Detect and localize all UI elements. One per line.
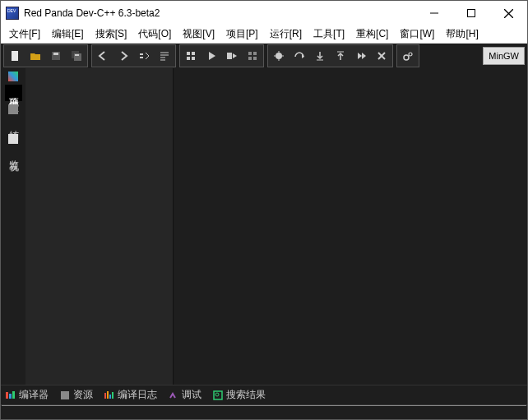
project-panel — [25, 68, 174, 385]
compile-button[interactable] — [181, 46, 201, 66]
menu-project[interactable]: 项目[P] — [221, 25, 263, 43]
statusbar — [1, 404, 527, 419]
menubar: 文件[F] 编辑[E] 搜索[S] 代码[O] 视图[V] 项目[P] 运行[R… — [1, 25, 527, 44]
window-title: Red Panda Dev-C++ 6.3-beta2 — [24, 7, 415, 19]
compiler-selector[interactable]: MinGW — [483, 47, 525, 65]
tab-search-results[interactable]: 搜索结果 — [213, 388, 266, 402]
svg-rect-16 — [187, 52, 190, 55]
svg-point-25 — [276, 53, 282, 59]
svg-rect-40 — [12, 391, 15, 399]
menu-search[interactable]: 搜索[S] — [90, 25, 132, 43]
tab-compiler[interactable]: 编译器 — [6, 388, 49, 402]
rebuild-button[interactable] — [243, 46, 262, 66]
titlebar: Red Panda Dev-C++ 6.3-beta2 — [1, 1, 527, 25]
project-tab-icon — [8, 72, 18, 81]
workspace: 项目管理 结构 监视 — [1, 68, 527, 385]
window-controls — [415, 1, 527, 25]
svg-point-47 — [215, 393, 219, 396]
forward-button[interactable] — [113, 46, 133, 66]
back-button[interactable] — [93, 46, 113, 66]
svg-rect-4 — [12, 51, 18, 61]
svg-rect-42 — [104, 393, 106, 399]
close-button[interactable] — [489, 1, 527, 25]
left-sidebar: 项目管理 结构 监视 — [1, 68, 25, 385]
tab-debug-label: 调试 — [182, 388, 201, 402]
tab-project-manager[interactable]: 项目管理 — [5, 85, 22, 101]
stop-debug-button[interactable] — [372, 46, 391, 66]
save-button[interactable] — [46, 46, 66, 66]
svg-point-37 — [409, 53, 412, 56]
step-over-button[interactable] — [289, 46, 309, 66]
svg-rect-39 — [9, 394, 12, 399]
tab-watch[interactable]: 监视 — [5, 147, 22, 160]
svg-rect-23 — [248, 57, 252, 60]
svg-rect-38 — [6, 392, 8, 399]
minimize-button[interactable] — [415, 1, 452, 25]
continue-button[interactable] — [351, 46, 371, 66]
tab-resources-label: 资源 — [73, 388, 93, 402]
step-into-button[interactable] — [310, 46, 330, 66]
svg-rect-24 — [253, 57, 257, 60]
bottom-tabs: 编译器 资源 编译日志 调试 搜索结果 — [1, 385, 527, 404]
app-icon — [6, 7, 19, 20]
svg-rect-46 — [214, 391, 222, 399]
goto-button[interactable] — [155, 46, 174, 66]
tab-compiler-label: 编译器 — [19, 388, 49, 402]
bookmark-button[interactable] — [134, 46, 154, 66]
editor-area[interactable] — [174, 68, 527, 385]
menu-edit[interactable]: 编辑[E] — [47, 25, 89, 43]
tab-compile-log-label: 编译日志 — [118, 388, 157, 402]
svg-point-36 — [404, 55, 409, 60]
svg-rect-41 — [61, 391, 69, 399]
svg-rect-21 — [248, 52, 252, 55]
menu-help[interactable]: 帮助[H] — [441, 25, 483, 43]
svg-rect-18 — [187, 57, 190, 60]
menu-file[interactable]: 文件[F] — [4, 25, 45, 43]
new-file-button[interactable] — [5, 46, 25, 66]
tab-structure[interactable]: 结构 — [5, 118, 22, 131]
watch-tab-icon — [8, 134, 18, 144]
menu-window[interactable]: 窗口[W] — [395, 25, 439, 43]
step-out-button[interactable] — [331, 46, 350, 66]
open-button[interactable] — [25, 46, 45, 66]
save-all-button[interactable] — [67, 46, 86, 66]
menu-code[interactable]: 代码[O] — [133, 25, 176, 43]
svg-rect-19 — [192, 57, 195, 60]
toolbar: MinGW — [1, 44, 527, 68]
compile-run-button[interactable] — [222, 46, 242, 66]
tab-resources[interactable]: 资源 — [60, 388, 93, 402]
settings-button[interactable] — [398, 46, 418, 66]
svg-rect-43 — [107, 391, 109, 399]
debug-button[interactable] — [269, 46, 289, 66]
menu-view[interactable]: 视图[V] — [178, 25, 220, 43]
svg-rect-9 — [75, 54, 79, 56]
structure-tab-icon — [8, 104, 18, 114]
tab-compile-log[interactable]: 编译日志 — [104, 388, 157, 402]
svg-rect-22 — [253, 52, 257, 55]
menu-tools[interactable]: 工具[T] — [308, 25, 350, 43]
svg-rect-17 — [192, 52, 195, 55]
svg-rect-44 — [109, 395, 111, 399]
tab-search-results-label: 搜索结果 — [226, 388, 266, 402]
svg-rect-45 — [112, 392, 113, 399]
menu-refactor[interactable]: 重构[C] — [351, 25, 393, 43]
svg-rect-10 — [140, 53, 143, 55]
run-button[interactable] — [201, 46, 221, 66]
maximize-button[interactable] — [452, 1, 489, 25]
svg-rect-1 — [467, 10, 475, 17]
svg-rect-6 — [53, 53, 58, 55]
svg-rect-20 — [227, 53, 232, 59]
tab-debug[interactable]: 调试 — [169, 388, 201, 402]
svg-rect-11 — [140, 57, 143, 58]
menu-run[interactable]: 运行[R] — [265, 25, 307, 43]
